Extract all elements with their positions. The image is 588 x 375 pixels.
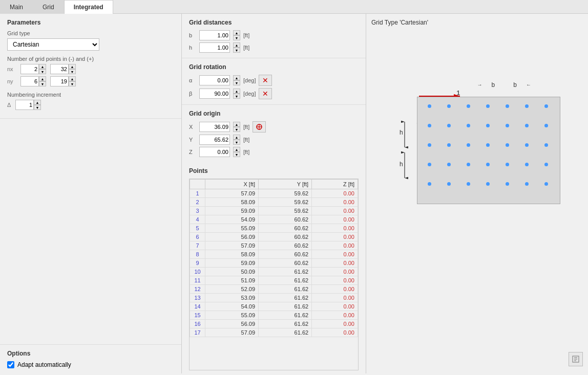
- ny-minus-up[interactable]: ▲: [39, 76, 46, 81]
- svg-text:h: h: [400, 161, 403, 168]
- adapt-auto-checkbox[interactable]: [7, 361, 14, 368]
- tab-grid[interactable]: Grid: [33, 0, 64, 14]
- x-label: X: [189, 124, 196, 130]
- z-input[interactable]: [199, 147, 230, 157]
- table-row: 454.0960.620.00: [190, 215, 358, 224]
- z-up[interactable]: ▲: [233, 147, 240, 152]
- x-up[interactable]: ▲: [233, 122, 240, 127]
- origin-pick-btn[interactable]: [253, 121, 266, 133]
- delta-label: Δ: [7, 102, 13, 108]
- h-label: h: [189, 45, 196, 51]
- b-label: b: [189, 32, 196, 38]
- row-x: 58.09: [205, 198, 259, 207]
- ny-plus-input[interactable]: [50, 76, 69, 86]
- row-z: 0.00: [312, 285, 358, 294]
- table-row: 656.0960.620.00: [190, 233, 358, 241]
- table-row: 555.0960.620.00: [190, 224, 358, 233]
- tab-bar: Main Grid Integrated: [0, 0, 588, 14]
- nx-plus-up[interactable]: ▲: [69, 64, 76, 69]
- h-unit: [ft]: [243, 45, 249, 51]
- delta-input[interactable]: [15, 100, 34, 110]
- alpha-label: α: [189, 77, 196, 83]
- row-x: 57.09: [205, 328, 259, 337]
- points-table-container[interactable]: X [ft] Y [ft] Z [ft] 157.0959.620.00258.…: [189, 179, 359, 370]
- z-down[interactable]: ▼: [233, 152, 240, 157]
- col-z: Z [ft]: [312, 180, 358, 189]
- b-input[interactable]: [199, 30, 230, 40]
- table-row: 1656.0961.620.00: [190, 320, 358, 328]
- row-z: 0.00: [312, 302, 358, 311]
- x-input[interactable]: [199, 122, 230, 132]
- row-y: 61.62: [259, 320, 312, 328]
- y-up[interactable]: ▲: [233, 135, 240, 140]
- row-x: 57.09: [205, 189, 259, 198]
- nx-minus-up[interactable]: ▲: [39, 64, 46, 69]
- y-unit: [ft]: [243, 137, 249, 143]
- row-y: 60.62: [259, 224, 312, 233]
- ny-minus-spinner: ▲ ▼: [20, 76, 46, 86]
- b-up[interactable]: ▲: [233, 30, 240, 35]
- b-arrow-left: →: [477, 82, 482, 87]
- h-down[interactable]: ▼: [233, 48, 240, 53]
- row-x: 56.09: [205, 233, 259, 241]
- row-id: 6: [190, 233, 205, 241]
- nx-plus-down[interactable]: ▼: [69, 69, 76, 74]
- row-y: 61.62: [259, 302, 312, 311]
- ny-minus-input[interactable]: [20, 76, 39, 86]
- h-input[interactable]: [199, 42, 230, 53]
- alpha-up[interactable]: ▲: [233, 75, 240, 80]
- row-x: 59.09: [205, 207, 259, 215]
- options-title: Options: [7, 350, 174, 357]
- row-id: 11: [190, 276, 205, 285]
- ny-minus-down[interactable]: ▼: [39, 81, 46, 86]
- beta-up[interactable]: ▲: [233, 89, 240, 94]
- table-row: 1757.0961.620.00: [190, 328, 358, 337]
- nx-minus-input[interactable]: [20, 64, 39, 74]
- ny-label: ny: [7, 78, 16, 84]
- beta-icon-btn[interactable]: ✕: [259, 88, 272, 99]
- row-id: 7: [190, 241, 205, 250]
- nx-minus-down[interactable]: ▼: [39, 69, 46, 74]
- x-down[interactable]: ▼: [233, 127, 240, 132]
- row-x: 58.09: [205, 250, 259, 259]
- row-x: 51.09: [205, 276, 259, 285]
- table-row: 1555.0961.620.00: [190, 311, 358, 320]
- alpha-input[interactable]: [199, 75, 230, 85]
- row-y: 59.62: [259, 198, 312, 207]
- y-label: Y: [189, 137, 196, 143]
- row-id: 4: [190, 215, 205, 224]
- b-down[interactable]: ▼: [233, 35, 240, 40]
- row-id: 14: [190, 302, 205, 311]
- beta-down[interactable]: ▼: [233, 94, 240, 99]
- row-z: 0.00: [312, 268, 358, 276]
- grid-type-select[interactable]: Cartesian Polar Cylindrical: [7, 38, 99, 51]
- nx-plus-input[interactable]: [50, 64, 69, 74]
- row-id: 16: [190, 320, 205, 328]
- row-y: 59.62: [259, 189, 312, 198]
- z-unit: [ft]: [243, 149, 249, 155]
- row-id: 12: [190, 285, 205, 294]
- grid-points-label: Number of grid points in (-) and (+): [7, 56, 174, 62]
- alpha-down[interactable]: ▼: [233, 80, 240, 85]
- ny-plus-up[interactable]: ▲: [69, 76, 76, 81]
- table-row: 757.0960.620.00: [190, 241, 358, 250]
- delta-down[interactable]: ▼: [34, 105, 41, 110]
- delta-up[interactable]: ▲: [34, 100, 41, 105]
- row-id: 8: [190, 250, 205, 259]
- export-icon-btn[interactable]: [569, 352, 583, 366]
- beta-input[interactable]: [199, 89, 230, 99]
- row-x: 55.09: [205, 224, 259, 233]
- numbering-label: Numbering increment: [7, 92, 174, 98]
- ny-plus-down[interactable]: ▼: [69, 81, 76, 86]
- z-label: Z: [189, 149, 196, 155]
- tab-main[interactable]: Main: [0, 0, 33, 14]
- h-up[interactable]: ▲: [233, 42, 240, 48]
- tab-integrated[interactable]: Integrated: [64, 0, 113, 14]
- grid-box: [417, 97, 560, 204]
- col-x: X [ft]: [205, 180, 259, 189]
- y-down[interactable]: ▼: [233, 140, 240, 145]
- row-x: 50.09: [205, 268, 259, 276]
- alpha-icon-btn[interactable]: ✕: [259, 75, 272, 86]
- nx-plus-spinner: ▲ ▼: [50, 64, 76, 74]
- y-input[interactable]: [199, 135, 230, 145]
